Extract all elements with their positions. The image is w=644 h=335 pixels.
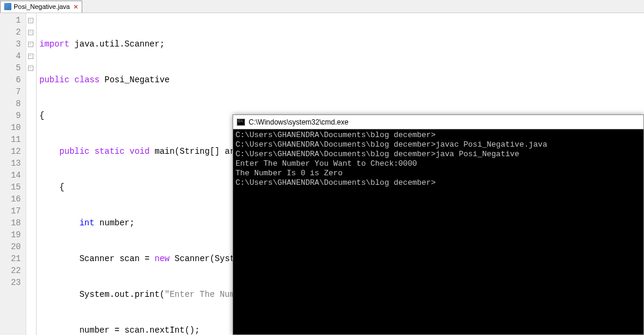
fold-marker-icon[interactable]: − [28, 42, 33, 47]
fold-marker-icon[interactable]: − [28, 30, 33, 35]
cmd-icon [237, 119, 245, 126]
close-icon[interactable]: ✕ [73, 4, 78, 10]
cmd-title-text: C:\Windows\system32\cmd.exe [249, 118, 348, 126]
cmd-window[interactable]: C:\Windows\system32\cmd.exe C:\Users\GHA… [233, 114, 644, 335]
line-number-gutter: 1 2 3 4 5 6 7 8 9 10 11 12 13 14 15 16 1… [0, 13, 26, 335]
fold-column: − − − − − [26, 13, 35, 335]
fold-marker-icon[interactable]: − [28, 54, 33, 59]
cmd-title-bar[interactable]: C:\Windows\system32\cmd.exe [233, 115, 643, 129]
tab-bar: Posi_Negative.java ✕ [0, 0, 644, 13]
cmd-output[interactable]: C:\Users\GHANENDRA\Documents\blog decemb… [233, 129, 643, 334]
java-file-icon [4, 3, 11, 10]
tab-filename: Posi_Negative.java [14, 3, 70, 10]
fold-marker-icon[interactable]: − [28, 66, 33, 71]
fold-marker-icon[interactable]: − [28, 18, 33, 23]
file-tab[interactable]: Posi_Negative.java ✕ [0, 1, 82, 13]
